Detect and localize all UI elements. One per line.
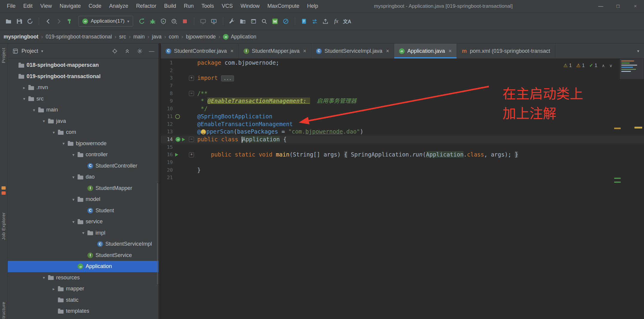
- breadcrumb-item-bjpowernode[interactable]: bjpowernode: [186, 34, 216, 40]
- code-text[interactable]: * @EnableTransactionManagement: 启用事务管理器: [193, 97, 356, 105]
- power-save-icon[interactable]: [281, 16, 291, 27]
- close-icon[interactable]: ×: [303, 48, 306, 54]
- tab-studentmapper-java[interactable]: IStudentMapper.java×: [239, 44, 312, 58]
- stripe-project-button[interactable]: Project: [1, 48, 6, 63]
- tab-application-java[interactable]: Application.java×: [394, 44, 457, 58]
- menu-window[interactable]: Window: [237, 0, 264, 12]
- close-button[interactable]: ×: [627, 0, 644, 12]
- chevron-expanded-icon[interactable]: ▾: [69, 152, 78, 157]
- tree-item-bjpowernode[interactable]: ▾bjpowernode: [8, 138, 158, 149]
- close-icon[interactable]: ×: [449, 48, 452, 54]
- chevron-down-icon[interactable]: ▾: [41, 49, 43, 53]
- tree-item-service[interactable]: ▾service: [8, 216, 158, 227]
- ok-stripe-mark-2[interactable]: [614, 182, 621, 183]
- gutter[interactable]: 15: [161, 143, 193, 151]
- code-text[interactable]: */: [193, 105, 207, 113]
- menu-refactor[interactable]: Refactor: [132, 0, 160, 12]
- inspections-widget[interactable]: ⚠1 ⚠1 ✓1 ∧ ∨: [563, 63, 612, 68]
- tree-item-model[interactable]: ▾model: [8, 194, 158, 205]
- attach-monitor-icon[interactable]: [198, 16, 209, 27]
- tree-item-student[interactable]: CStudent: [8, 205, 158, 216]
- menu-maxcompute[interactable]: MaxCompute: [264, 0, 303, 12]
- menu-file[interactable]: File: [3, 0, 19, 12]
- intention-bulb-icon[interactable]: [201, 129, 206, 134]
- coverage-icon[interactable]: [158, 16, 169, 27]
- gutter[interactable]: 9: [161, 97, 193, 105]
- sync-icon[interactable]: [24, 16, 35, 27]
- gutter[interactable]: 19: [161, 159, 193, 166]
- tab-studentcontroller-java[interactable]: CStudentController.java×: [161, 44, 239, 58]
- chevron-expanded-icon[interactable]: ▾: [40, 119, 48, 123]
- menu-navigate[interactable]: Navigate: [56, 0, 85, 12]
- menu-edit[interactable]: Edit: [19, 0, 36, 12]
- project-structure-icon[interactable]: [238, 16, 248, 27]
- tree-item--mvn[interactable]: ▸.mvn: [8, 82, 158, 93]
- minimize-button[interactable]: —: [592, 0, 609, 12]
- collapse-all-icon[interactable]: [124, 48, 130, 54]
- ok-stripe-mark-1[interactable]: [614, 178, 621, 179]
- tree-item-studentmapper[interactable]: IStudentMapper: [8, 183, 158, 194]
- code-text[interactable]: [193, 143, 197, 151]
- menu-build[interactable]: Build: [160, 0, 180, 12]
- attach-debugger-icon[interactable]: [209, 16, 219, 27]
- menu-code[interactable]: Code: [85, 0, 105, 12]
- menu-vcs[interactable]: VCS: [218, 0, 237, 12]
- bean-gutter-icon[interactable]: [175, 114, 180, 119]
- code-text[interactable]: @pperScan(basePackages = "com.bjpowernod…: [193, 128, 363, 136]
- run-gutter-icon[interactable]: [182, 138, 185, 141]
- chevron-expanded-icon[interactable]: ▾: [30, 108, 38, 112]
- tree-item-templates[interactable]: templates: [8, 306, 158, 317]
- previous-issue-icon[interactable]: ∧: [602, 63, 605, 68]
- code-text[interactable]: @SpringBootApplication: [193, 113, 272, 120]
- console-icon[interactable]: [248, 16, 259, 27]
- code-text[interactable]: import ...: [193, 74, 234, 82]
- breadcrumb-item-019-springboot-transactional[interactable]: 019-springboot-transactional: [46, 34, 112, 40]
- tree-item-src[interactable]: ▾src: [8, 93, 158, 105]
- code-text[interactable]: [193, 174, 197, 182]
- chevron-expanded-icon[interactable]: ▾: [79, 230, 87, 235]
- forward-icon[interactable]: [53, 16, 64, 27]
- breadcrumb-item-java[interactable]: java: [152, 34, 161, 40]
- hidden-tabs-chevron-icon[interactable]: ▾: [632, 44, 644, 58]
- upload-icon[interactable]: [320, 16, 331, 27]
- chevron-expanded-icon[interactable]: ▾: [40, 275, 48, 280]
- tab-studentserviceimpl-java[interactable]: CStudentServiceImpl.java×: [311, 44, 394, 58]
- chevron-expanded-icon[interactable]: ▾: [59, 141, 68, 146]
- hide-panel-icon[interactable]: —: [149, 48, 154, 54]
- gutter[interactable]: 3+: [161, 74, 193, 82]
- stop-icon[interactable]: [180, 16, 190, 27]
- tree-item-application[interactable]: Application: [8, 261, 158, 272]
- gutter[interactable]: 2: [161, 67, 193, 75]
- menu-help[interactable]: Help: [303, 0, 322, 12]
- tree-item-studentserviceimpl[interactable]: CStudentServiceImpl: [8, 239, 158, 250]
- tree-scrollbar[interactable]: [157, 183, 158, 284]
- tree-item-com[interactable]: ▾com: [8, 127, 158, 138]
- locate-file-icon[interactable]: [111, 48, 118, 54]
- back-icon[interactable]: [43, 16, 53, 27]
- warning-scrollbar-mark[interactable]: [634, 127, 642, 128]
- project-panel-title[interactable]: Project: [21, 48, 38, 54]
- chevron-expanded-icon[interactable]: ▾: [69, 175, 78, 179]
- stripe-job-explorer-button[interactable]: Job Explorer: [1, 212, 6, 240]
- code-text[interactable]: package com.bjpowernode;: [193, 59, 279, 67]
- gutter[interactable]: 13: [161, 128, 193, 136]
- gutter[interactable]: 14−: [161, 136, 193, 143]
- tree-item-dao[interactable]: ▾dao: [8, 171, 158, 183]
- menu-view[interactable]: View: [36, 0, 56, 12]
- gutter[interactable]: 20: [161, 166, 193, 174]
- tree-item-impl[interactable]: ▾impl: [8, 227, 158, 239]
- panel-splitter[interactable]: [158, 44, 161, 319]
- gutter[interactable]: 12: [161, 120, 193, 128]
- chevron-collapsed-icon[interactable]: ▸: [50, 287, 58, 291]
- tree-item-static[interactable]: static: [8, 295, 158, 306]
- code-text[interactable]: @EnableTransactionManagement: [193, 120, 293, 128]
- menu-run[interactable]: Run: [180, 0, 198, 12]
- search-icon[interactable]: [259, 16, 270, 27]
- debug-icon[interactable]: [147, 16, 158, 27]
- gutter[interactable]: 21: [161, 174, 193, 182]
- save-all-icon[interactable]: [14, 16, 24, 27]
- run-config-select[interactable]: Application(17)▾: [78, 16, 133, 27]
- breadcrumb-item-com[interactable]: com: [169, 34, 179, 40]
- build-hammer-icon[interactable]: [64, 16, 75, 27]
- minimap-preview[interactable]: [620, 58, 644, 79]
